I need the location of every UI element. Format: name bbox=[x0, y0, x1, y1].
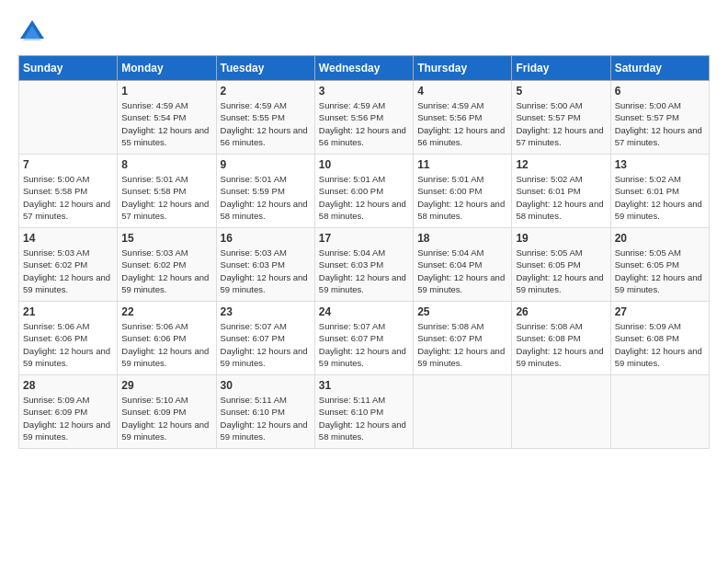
calendar-cell: 25Sunrise: 5:08 AMSunset: 6:07 PMDayligh… bbox=[414, 302, 512, 375]
logo bbox=[18, 18, 50, 46]
day-number: 30 bbox=[221, 379, 311, 392]
day-number: 22 bbox=[121, 305, 211, 318]
day-info: Sunrise: 5:01 AMSunset: 6:00 PMDaylight:… bbox=[417, 173, 507, 222]
calendar-cell: 30Sunrise: 5:11 AMSunset: 6:10 PMDayligh… bbox=[216, 375, 314, 449]
calendar-cell: 10Sunrise: 5:01 AMSunset: 6:00 PMDayligh… bbox=[314, 155, 413, 228]
day-number: 16 bbox=[221, 232, 311, 245]
calendar-cell: 4Sunrise: 4:59 AMSunset: 5:56 PMDaylight… bbox=[414, 81, 512, 155]
calendar-cell: 6Sunrise: 5:00 AMSunset: 5:57 PMDaylight… bbox=[610, 81, 709, 155]
day-number: 26 bbox=[516, 305, 606, 318]
day-number: 3 bbox=[319, 85, 409, 98]
weekday-header-row: SundayMondayTuesdayWednesdayThursdayFrid… bbox=[19, 56, 710, 81]
calendar-cell: 24Sunrise: 5:07 AMSunset: 6:07 PMDayligh… bbox=[314, 302, 413, 375]
day-number: 21 bbox=[23, 305, 113, 318]
calendar-cell: 31Sunrise: 5:11 AMSunset: 6:10 PMDayligh… bbox=[314, 375, 413, 449]
calendar-cell: 17Sunrise: 5:04 AMSunset: 6:03 PMDayligh… bbox=[314, 228, 413, 302]
day-number: 27 bbox=[615, 305, 705, 318]
calendar-cell: 5Sunrise: 5:00 AMSunset: 5:57 PMDaylight… bbox=[512, 81, 610, 155]
day-info: Sunrise: 5:11 AMSunset: 6:10 PMDaylight:… bbox=[221, 394, 311, 442]
day-number: 1 bbox=[121, 85, 211, 98]
day-info: Sunrise: 4:59 AMSunset: 5:54 PMDaylight:… bbox=[121, 99, 211, 148]
week-row-1: 7Sunrise: 5:00 AMSunset: 5:58 PMDaylight… bbox=[19, 155, 710, 228]
calendar-cell: 21Sunrise: 5:06 AMSunset: 6:06 PMDayligh… bbox=[19, 302, 118, 375]
week-row-4: 28Sunrise: 5:09 AMSunset: 6:09 PMDayligh… bbox=[19, 375, 710, 449]
calendar-cell bbox=[610, 375, 709, 449]
weekday-header-thursday: Thursday bbox=[414, 56, 512, 81]
day-number: 12 bbox=[516, 158, 606, 171]
day-info: Sunrise: 5:08 AMSunset: 6:07 PMDaylight:… bbox=[417, 320, 507, 369]
day-info: Sunrise: 5:00 AMSunset: 5:57 PMDaylight:… bbox=[615, 99, 705, 148]
day-number: 14 bbox=[23, 232, 113, 245]
week-row-0: 1Sunrise: 4:59 AMSunset: 5:54 PMDaylight… bbox=[19, 81, 710, 155]
day-info: Sunrise: 5:00 AMSunset: 5:58 PMDaylight:… bbox=[23, 173, 113, 222]
calendar-cell: 3Sunrise: 4:59 AMSunset: 5:56 PMDaylight… bbox=[314, 81, 413, 155]
weekday-header-tuesday: Tuesday bbox=[216, 56, 314, 81]
day-number: 28 bbox=[23, 379, 113, 392]
calendar-cell: 20Sunrise: 5:05 AMSunset: 6:05 PMDayligh… bbox=[610, 228, 709, 302]
week-row-3: 21Sunrise: 5:06 AMSunset: 6:06 PMDayligh… bbox=[19, 302, 710, 375]
week-row-2: 14Sunrise: 5:03 AMSunset: 6:02 PMDayligh… bbox=[19, 228, 710, 302]
day-info: Sunrise: 5:07 AMSunset: 6:07 PMDaylight:… bbox=[319, 320, 409, 369]
calendar-cell: 16Sunrise: 5:03 AMSunset: 6:03 PMDayligh… bbox=[216, 228, 314, 302]
day-number: 6 bbox=[615, 85, 705, 98]
day-info: Sunrise: 5:01 AMSunset: 6:00 PMDaylight:… bbox=[319, 173, 409, 222]
day-number: 24 bbox=[319, 305, 409, 318]
day-info: Sunrise: 5:02 AMSunset: 6:01 PMDaylight:… bbox=[615, 173, 705, 222]
calendar-cell: 19Sunrise: 5:05 AMSunset: 6:05 PMDayligh… bbox=[512, 228, 610, 302]
day-number: 11 bbox=[417, 158, 507, 171]
calendar-cell: 7Sunrise: 5:00 AMSunset: 5:58 PMDaylight… bbox=[19, 155, 118, 228]
calendar-cell: 23Sunrise: 5:07 AMSunset: 6:07 PMDayligh… bbox=[216, 302, 314, 375]
day-info: Sunrise: 4:59 AMSunset: 5:55 PMDaylight:… bbox=[221, 99, 311, 148]
calendar-cell: 8Sunrise: 5:01 AMSunset: 5:58 PMDaylight… bbox=[118, 155, 216, 228]
calendar-cell: 1Sunrise: 4:59 AMSunset: 5:54 PMDaylight… bbox=[118, 81, 216, 155]
day-number: 17 bbox=[319, 232, 409, 245]
calendar-cell: 13Sunrise: 5:02 AMSunset: 6:01 PMDayligh… bbox=[610, 155, 709, 228]
calendar-cell: 11Sunrise: 5:01 AMSunset: 6:00 PMDayligh… bbox=[414, 155, 512, 228]
day-info: Sunrise: 5:06 AMSunset: 6:06 PMDaylight:… bbox=[121, 320, 211, 369]
day-number: 10 bbox=[319, 158, 409, 171]
day-info: Sunrise: 5:09 AMSunset: 6:08 PMDaylight:… bbox=[615, 320, 705, 369]
day-number: 15 bbox=[121, 232, 211, 245]
day-info: Sunrise: 4:59 AMSunset: 5:56 PMDaylight:… bbox=[417, 99, 507, 148]
day-number: 8 bbox=[121, 158, 211, 171]
calendar-cell: 15Sunrise: 5:03 AMSunset: 6:02 PMDayligh… bbox=[118, 228, 216, 302]
day-info: Sunrise: 4:59 AMSunset: 5:56 PMDaylight:… bbox=[319, 99, 409, 148]
day-number: 29 bbox=[121, 379, 211, 392]
calendar-cell: 29Sunrise: 5:10 AMSunset: 6:09 PMDayligh… bbox=[118, 375, 216, 449]
day-number: 18 bbox=[417, 232, 507, 245]
day-number: 4 bbox=[417, 85, 507, 98]
weekday-header-saturday: Saturday bbox=[610, 56, 709, 81]
day-info: Sunrise: 5:04 AMSunset: 6:03 PMDaylight:… bbox=[319, 247, 409, 295]
calendar-cell: 9Sunrise: 5:01 AMSunset: 5:59 PMDaylight… bbox=[216, 155, 314, 228]
calendar-cell: 27Sunrise: 5:09 AMSunset: 6:08 PMDayligh… bbox=[610, 302, 709, 375]
calendar-cell bbox=[414, 375, 512, 449]
page-header bbox=[18, 18, 710, 46]
day-info: Sunrise: 5:10 AMSunset: 6:09 PMDaylight:… bbox=[121, 394, 211, 442]
day-info: Sunrise: 5:07 AMSunset: 6:07 PMDaylight:… bbox=[221, 320, 311, 369]
calendar-cell: 14Sunrise: 5:03 AMSunset: 6:02 PMDayligh… bbox=[19, 228, 118, 302]
day-info: Sunrise: 5:00 AMSunset: 5:57 PMDaylight:… bbox=[516, 99, 606, 148]
weekday-header-sunday: Sunday bbox=[19, 56, 118, 81]
calendar-cell bbox=[19, 81, 118, 155]
day-number: 25 bbox=[417, 305, 507, 318]
calendar-cell: 22Sunrise: 5:06 AMSunset: 6:06 PMDayligh… bbox=[118, 302, 216, 375]
day-number: 5 bbox=[516, 85, 606, 98]
day-info: Sunrise: 5:03 AMSunset: 6:03 PMDaylight:… bbox=[221, 247, 311, 295]
day-info: Sunrise: 5:05 AMSunset: 6:05 PMDaylight:… bbox=[516, 247, 606, 295]
day-info: Sunrise: 5:01 AMSunset: 5:59 PMDaylight:… bbox=[221, 173, 311, 222]
day-number: 23 bbox=[221, 305, 311, 318]
day-number: 13 bbox=[615, 158, 705, 171]
day-info: Sunrise: 5:11 AMSunset: 6:10 PMDaylight:… bbox=[319, 394, 409, 442]
day-number: 9 bbox=[221, 158, 311, 171]
logo-icon bbox=[18, 18, 46, 46]
day-info: Sunrise: 5:03 AMSunset: 6:02 PMDaylight:… bbox=[121, 247, 211, 295]
weekday-header-friday: Friday bbox=[512, 56, 610, 81]
day-number: 2 bbox=[221, 85, 311, 98]
weekday-header-wednesday: Wednesday bbox=[314, 56, 413, 81]
calendar-cell: 26Sunrise: 5:08 AMSunset: 6:08 PMDayligh… bbox=[512, 302, 610, 375]
day-info: Sunrise: 5:02 AMSunset: 6:01 PMDaylight:… bbox=[516, 173, 606, 222]
day-number: 19 bbox=[516, 232, 606, 245]
day-info: Sunrise: 5:01 AMSunset: 5:58 PMDaylight:… bbox=[121, 173, 211, 222]
day-info: Sunrise: 5:05 AMSunset: 6:05 PMDaylight:… bbox=[615, 247, 705, 295]
weekday-header-monday: Monday bbox=[118, 56, 216, 81]
